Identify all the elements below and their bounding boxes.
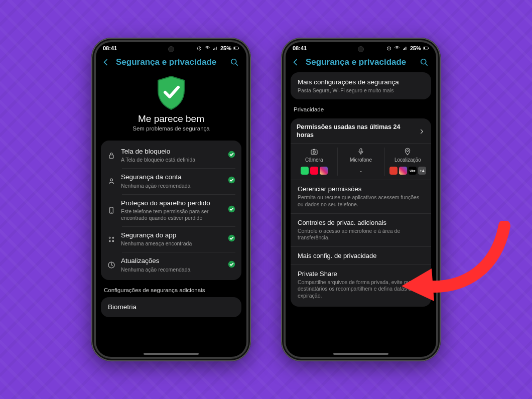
row-sub: Nenhuma ação recomendada — [121, 183, 223, 189]
status-time: 08:41 — [293, 45, 307, 51]
apps-icon — [107, 235, 116, 243]
app-icon-uber: Ube — [409, 167, 417, 175]
svg-rect-24 — [424, 47, 425, 49]
more-apps-badge: +4 — [418, 167, 426, 175]
app-header: Segurança e privacidade — [96, 52, 246, 72]
battery-icon — [233, 45, 239, 51]
row-app-security[interactable]: Segurança do app Nenhuma ameaça encontra… — [101, 226, 241, 252]
device-icon — [107, 206, 116, 214]
alarm-icon — [196, 45, 202, 51]
section-extra-security: Configurações de segurança adicionais — [101, 280, 241, 295]
row-sub: Nenhuma ação recomendada — [121, 267, 223, 273]
row-additional-privacy-controls[interactable]: Controles de privac. adicionais Controle… — [291, 213, 431, 246]
lock-icon — [107, 152, 116, 160]
check-icon — [228, 176, 235, 186]
section-privacy-label: Privacidade — [291, 99, 431, 114]
svg-point-27 — [313, 151, 315, 154]
app-icon-1 — [389, 167, 397, 175]
check-icon — [228, 234, 235, 244]
search-button[interactable] — [417, 55, 431, 69]
row-title: Proteção do aparelho perdido — [121, 199, 223, 207]
svg-point-14 — [112, 237, 114, 238]
signal-icon — [402, 45, 408, 51]
row-title: Segurança da conta — [121, 173, 223, 181]
phone-frame-right: 08:41 25% Segurança e privacidade — [281, 38, 441, 361]
row-updates[interactable]: Atualizações Nenhuma ação recomendada — [101, 252, 241, 278]
battery-text: 25% — [410, 45, 421, 51]
main-content-right[interactable]: Mais configurações de segurança Pasta Se… — [286, 72, 436, 351]
back-button[interactable] — [99, 55, 113, 69]
phone-frame-left: 08:41 25% Segurança e privacidade — [91, 38, 251, 361]
privacy-card: Permissões usadas nas últimas 24 horas C… — [291, 118, 431, 307]
back-button[interactable] — [289, 55, 303, 69]
shield-icon — [155, 75, 187, 110]
app-icon-whatsapp — [301, 167, 309, 175]
check-icon — [228, 151, 235, 160]
wifi-icon — [204, 45, 210, 51]
app-icon-instagram — [320, 167, 328, 175]
svg-point-13 — [109, 237, 110, 238]
check-icon — [228, 260, 235, 270]
svg-point-11 — [111, 212, 111, 212]
svg-point-15 — [109, 240, 110, 242]
wifi-icon — [394, 45, 400, 51]
row-more-security-settings[interactable]: Mais configurações de segurança Pasta Se… — [291, 72, 431, 99]
perm-col-mic[interactable]: Microfone - — [337, 144, 384, 180]
page-title: Segurança e privacidade — [306, 57, 414, 67]
chevron-right-icon — [418, 128, 425, 135]
row-lockscreen[interactable]: Tela de bloqueio A Tela de bloqueio está… — [101, 143, 241, 168]
row-private-share[interactable]: Private Share Compartilhe arquivos de fo… — [291, 264, 431, 305]
home-indicator[interactable] — [144, 353, 199, 355]
battery-text: 25% — [220, 45, 231, 51]
svg-rect-23 — [428, 48, 429, 49]
search-button[interactable] — [227, 55, 241, 69]
app-icon-instagram — [399, 167, 407, 175]
row-sub: Nenhuma ameaça encontrada — [121, 240, 223, 247]
svg-rect-26 — [311, 150, 317, 155]
row-more-privacy-settings[interactable]: Mais config. de privacidade — [291, 246, 431, 264]
camera-hole — [168, 46, 174, 52]
row-lost-device[interactable]: Proteção do aparelho perdido Este telefo… — [101, 194, 241, 226]
row-sub: A Tela de bloqueio está definida — [121, 157, 223, 163]
svg-rect-3 — [238, 48, 239, 49]
row-title: Atualizações — [121, 257, 223, 265]
row-sub: Este telefone tem permissão para ser enc… — [121, 208, 223, 221]
security-checklist: Tela de bloqueio A Tela de bloqueio está… — [101, 141, 241, 280]
battery-icon — [423, 45, 429, 51]
svg-point-25 — [421, 59, 426, 64]
signal-icon — [212, 45, 218, 51]
status-time: 08:41 — [103, 45, 117, 51]
perm-col-camera[interactable]: Câmera — [291, 144, 337, 180]
row-biometrics[interactable]: Biometria — [101, 297, 241, 317]
mic-icon — [357, 148, 365, 156]
home-indicator[interactable] — [333, 353, 388, 355]
row-title: Tela de bloqueio — [121, 148, 223, 156]
camera-icon — [310, 148, 318, 156]
svg-point-16 — [112, 240, 114, 242]
row-permissions-24h[interactable]: Permissões usadas nas últimas 24 horas — [291, 118, 431, 144]
background-pattern — [0, 0, 532, 399]
row-title: Segurança do app — [121, 231, 223, 239]
main-content-left[interactable]: Me parece bem Sem problemas de segurança… — [96, 72, 246, 351]
security-status-sub: Sem problemas de segurança — [101, 125, 241, 131]
row-manage-permissions[interactable]: Gerenciar permissões Permita ou recuse q… — [291, 180, 431, 213]
perm-col-location[interactable]: Localização Ube +4 — [384, 144, 431, 180]
location-icon — [404, 148, 412, 156]
page-title: Segurança e privacidade — [116, 57, 224, 67]
mic-none-value: - — [339, 168, 382, 175]
app-header: Segurança e privacidade — [286, 52, 436, 72]
svg-point-8 — [110, 179, 113, 181]
camera-hole — [358, 46, 364, 52]
security-status-title: Me parece bem — [101, 113, 241, 124]
update-icon — [107, 261, 116, 269]
check-icon — [228, 205, 235, 215]
svg-rect-4 — [234, 47, 235, 49]
svg-point-5 — [231, 59, 236, 64]
svg-rect-28 — [360, 149, 362, 152]
svg-rect-6 — [109, 155, 113, 158]
alarm-icon — [386, 45, 392, 51]
user-icon — [107, 177, 116, 185]
svg-point-29 — [407, 150, 409, 152]
row-account-security[interactable]: Segurança da conta Nenhuma ação recomend… — [101, 168, 241, 194]
app-icon-youtube — [310, 167, 318, 175]
